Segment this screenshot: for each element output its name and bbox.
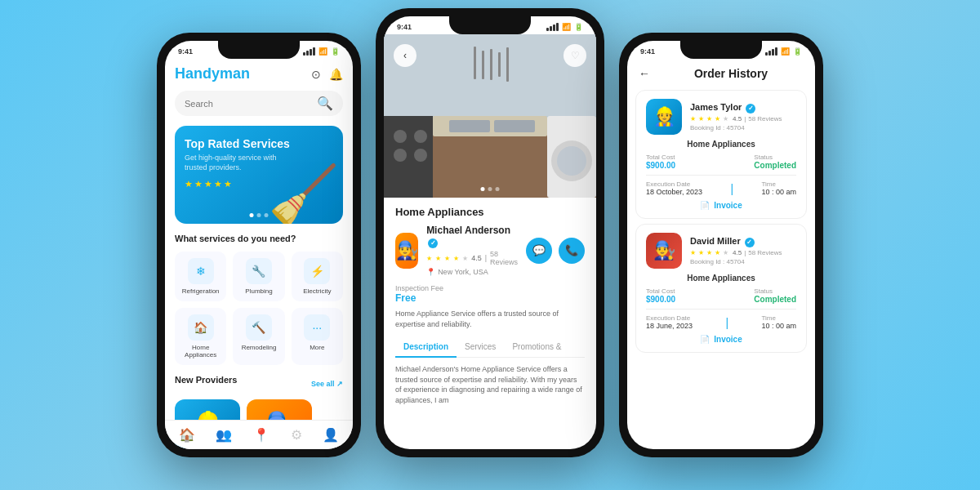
- phone-order-history: 9:41 📶 🔋 ← Order History 👷: [619, 33, 823, 457]
- order-provider-info-2: David Miller ✓ ★★★★★ 4.5 | 58 Reviews Bo…: [690, 236, 782, 265]
- order-cost-2: $900.00: [646, 295, 675, 304]
- phone-notch: [680, 41, 762, 59]
- order-datetime-2: Execution Date 18 June, 2023 | Time 10 :…: [646, 314, 796, 330]
- svg-rect-14: [474, 47, 476, 79]
- service-home-appliances[interactable]: 🏠 Home Appliances: [175, 308, 226, 365]
- service-remodeling-label: Remodeling: [242, 344, 277, 351]
- verified-badge: ✓: [428, 238, 438, 248]
- search-bar[interactable]: 🔍: [175, 91, 343, 116]
- back-button[interactable]: ←: [639, 67, 650, 80]
- inspection-row: Inspection Fee Free: [395, 284, 585, 304]
- call-button[interactable]: 📞: [559, 238, 585, 264]
- service-more-label: More: [310, 344, 324, 351]
- order-pname-2: David Miller ✓: [690, 236, 782, 247]
- nav-profile[interactable]: 👤: [323, 427, 339, 443]
- heart-button[interactable]: ♡: [564, 44, 586, 67]
- phone-notch: [218, 41, 300, 59]
- search-input[interactable]: [185, 99, 312, 109]
- svg-rect-4: [449, 120, 490, 132]
- service-electricity[interactable]: ⚡ Electricity: [292, 252, 343, 301]
- search-icon: 🔍: [317, 96, 333, 111]
- detail-content: Home Appliances 👨‍🔧 Michael Anderson ✓ ★…: [384, 198, 596, 414]
- service-refrigeration[interactable]: ❄ Refrigeration: [175, 252, 226, 301]
- tab-services[interactable]: Services: [457, 337, 504, 357]
- order-cost-section-2: Total Cost $900.00: [646, 287, 675, 304]
- provider-avatar: 👨‍🔧: [395, 233, 418, 269]
- see-all-button[interactable]: See all ↗: [311, 380, 343, 388]
- service-electricity-label: Electricity: [303, 287, 331, 295]
- order-card-1: 👷 James Tylor ✓ ★★★★★ 4.5 | 58 Reviews B…: [635, 90, 807, 219]
- nav-location[interactable]: 📍: [253, 427, 270, 443]
- order-rating-2: ★★★★★ 4.5 | 58 Reviews: [690, 249, 782, 256]
- wifi-icon: 📶: [318, 47, 327, 56]
- more-icon: ···: [304, 314, 330, 341]
- order-date-2: 18 June, 2023: [646, 322, 693, 330]
- svg-rect-17: [498, 52, 501, 77]
- order-rating-val-1: 4.5: [733, 115, 742, 122]
- provider-info: Michael Anderson ✓ ★★★★★ 4.5 | 58 Review…: [426, 225, 518, 276]
- home-appliances-icon: 🏠: [188, 314, 214, 341]
- tab-promotions[interactable]: Promotions &: [504, 337, 569, 357]
- order-meta-cost-2: Total Cost $900.00 Status Completed: [646, 287, 796, 304]
- order-avatar-james: 👷: [646, 99, 682, 135]
- phone-notch: [449, 16, 531, 34]
- services-section-title: What services do you need?: [175, 234, 343, 243]
- order-datetime-1: Execution Date 18 October, 2023 | Time 1…: [646, 180, 796, 196]
- signal-icon: [303, 47, 315, 56]
- datetime-separator-2: |: [725, 316, 728, 329]
- verified-2: ✓: [745, 238, 755, 247]
- nav-settings[interactable]: ⚙: [291, 427, 302, 443]
- phone-home: 9:41 📶 🔋 Handyman ⊙ 🔔: [157, 33, 361, 457]
- svg-point-13: [557, 146, 586, 176]
- service-plumbing-label: Plumbing: [245, 287, 272, 295]
- provider-info-name: Michael Anderson ✓: [426, 225, 518, 248]
- providers-header: New Providers See all ↗: [175, 375, 343, 393]
- app-header: Handyman ⊙ 🔔: [175, 65, 343, 82]
- order-booking-2: Booking Id : 45704: [690, 258, 782, 265]
- inspection-label: Inspection Fee: [395, 284, 443, 292]
- order-status-section-1: Status Completed: [754, 154, 796, 170]
- inspection-info: Inspection Fee Free: [395, 284, 443, 304]
- battery-icon: 🔋: [574, 23, 583, 31]
- nav-home[interactable]: 🏠: [179, 427, 195, 443]
- order-reviews-1: |: [744, 115, 746, 122]
- wifi-icon: 📶: [781, 47, 790, 56]
- service-plumbing[interactable]: 🔧 Plumbing: [233, 252, 284, 301]
- nav-people[interactable]: 👥: [216, 427, 232, 443]
- inspection-price: Free: [395, 292, 443, 304]
- detail-category: Home Appliances: [395, 206, 585, 218]
- order-rating-1: ★★★★★ 4.5 | 58 Reviews: [690, 115, 782, 122]
- bell-icon[interactable]: 🔔: [329, 68, 343, 81]
- order-cost-section-1: Total Cost $900.00: [646, 154, 675, 170]
- datetime-separator-1: |: [730, 182, 733, 195]
- providers-section-title: New Providers: [175, 375, 237, 385]
- tabs-row: Description Services Promotions &: [395, 337, 585, 358]
- back-button[interactable]: ‹: [394, 44, 416, 67]
- order-provider-row-1: 👷 James Tylor ✓ ★★★★★ 4.5 | 58 Reviews B…: [646, 99, 796, 135]
- invoice-button-2[interactable]: 📄 Invoice: [646, 335, 796, 344]
- invoice-button-1[interactable]: 📄 Invoice: [646, 201, 796, 210]
- order-service-1: Home Appliances: [646, 140, 796, 149]
- svg-point-7: [394, 130, 407, 143]
- remodeling-icon: 🔨: [246, 314, 272, 341]
- service-refrigeration-label: Refrigeration: [182, 287, 220, 295]
- order-rating-val-2: 4.5: [733, 249, 742, 256]
- message-button[interactable]: 💬: [526, 238, 552, 264]
- battery-icon: 🔋: [331, 47, 340, 56]
- tab-description[interactable]: Description: [395, 337, 457, 358]
- service-more[interactable]: ··· More: [292, 308, 343, 365]
- order-provider-info-1: James Tylor ✓ ★★★★★ 4.5 | 58 Reviews Boo…: [690, 102, 782, 131]
- verified-1: ✓: [746, 104, 755, 114]
- provider-row: 👨‍🔧 Michael Anderson ✓ ★★★★★ 4.5 | 58 Re…: [395, 225, 585, 276]
- service-remodeling[interactable]: 🔨 Remodeling: [233, 308, 284, 365]
- header-icons: ⊙ 🔔: [311, 68, 343, 81]
- provider-rating-row: ★★★★★ 4.5 | 58 Reviews: [426, 250, 518, 266]
- order-booking-1: Booking Id : 45704: [690, 124, 782, 131]
- order-avatar-david: 👨‍🔧: [646, 233, 682, 269]
- reviews-count: |: [485, 254, 487, 262]
- profile-icon[interactable]: ⊙: [311, 68, 321, 81]
- order-meta-cost-1: Total Cost $900.00 Status Completed: [646, 154, 796, 170]
- invoice-icon-1: 📄: [700, 201, 710, 210]
- hero-dots: [481, 187, 500, 191]
- time: 9:41: [640, 47, 655, 56]
